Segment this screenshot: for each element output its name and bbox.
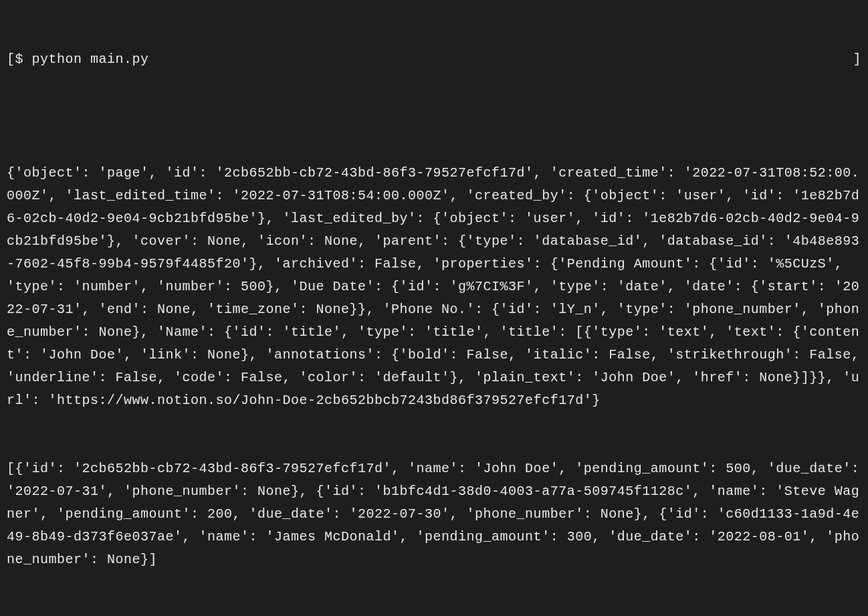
terminal-output: {'object': 'page', 'id': '2cb652bb-cb72-… <box>7 116 861 616</box>
prompt-close-bracket: ] <box>853 48 861 71</box>
prompt-open-bracket: [ <box>7 48 15 71</box>
command-text: python main.py <box>32 48 149 71</box>
command-prompt-line: [$ python main.py] <box>7 48 861 71</box>
output-block-1: {'object': 'page', 'id': '2cb652bb-cb72-… <box>7 162 861 412</box>
output-block-2: [{'id': '2cb652bb-cb72-43bd-86f3-79527ef… <box>7 457 861 571</box>
terminal-window[interactable]: [$ python main.py] {'object': 'page', 'i… <box>7 3 861 616</box>
prompt-symbol: $ <box>15 48 32 71</box>
